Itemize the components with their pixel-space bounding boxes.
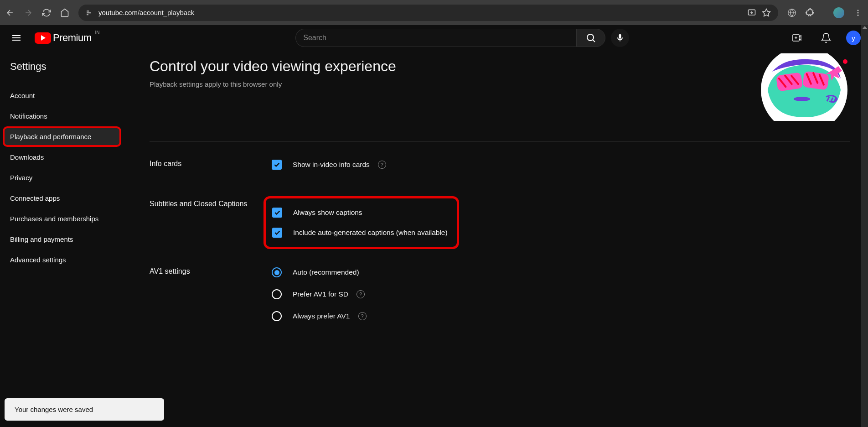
option-label: Include auto-generated captions (when av… [293, 229, 448, 237]
help-icon[interactable]: ? [378, 161, 386, 169]
browser-chrome: youtube.com/account_playback [0, 0, 868, 25]
page-subtitle: Playback settings apply to this browser … [150, 80, 396, 88]
scrollbar[interactable] [861, 25, 868, 427]
sidebar-item-downloads[interactable]: Downloads [10, 147, 128, 167]
section-info-cards: Info cards Show in-video info cards ? [150, 141, 850, 182]
option-label: Auto (recommended) [293, 268, 359, 276]
site-settings-icon [86, 9, 93, 16]
search-input[interactable] [295, 29, 576, 47]
extensions-icon[interactable] [806, 8, 815, 17]
svg-rect-2 [87, 14, 88, 15]
browser-menu-icon[interactable] [853, 8, 863, 17]
sidebar-item-connected-apps[interactable]: Connected apps [10, 188, 128, 208]
help-icon[interactable]: ? [358, 312, 367, 320]
globe-icon[interactable] [787, 8, 796, 17]
scroll-up-icon[interactable] [863, 26, 867, 29]
browser-profile[interactable] [833, 7, 844, 18]
home-icon[interactable] [60, 8, 69, 17]
checkbox-info-cards[interactable] [272, 160, 282, 170]
settings-content: Control your video viewing experience Pl… [128, 51, 868, 427]
svg-point-5 [858, 10, 859, 11]
page-title: Control your video viewing experience [150, 58, 396, 75]
option-label: Always show captions [293, 208, 362, 217]
option-label: Prefer AV1 for SD [293, 290, 348, 298]
checkbox-always-captions[interactable] [272, 208, 282, 218]
youtube-logo[interactable]: Premium IN [35, 32, 92, 44]
sidebar-item-account[interactable]: Account [10, 85, 128, 106]
search-box [295, 29, 605, 47]
section-subtitles: Subtitles and Closed Captions Always sho… [150, 182, 850, 249]
voice-search-button[interactable] [611, 29, 629, 47]
sidebar-title: Settings [10, 61, 128, 73]
forward-icon[interactable] [24, 8, 33, 17]
create-button[interactable] [788, 29, 806, 47]
option-label: Show in-video info cards [293, 161, 370, 169]
sidebar-item-purchases[interactable]: Purchases and memberships [10, 208, 128, 229]
radio-av1-auto[interactable] [272, 267, 282, 277]
section-av1: AV1 settings Auto (recommended) Prefer A… [150, 249, 850, 333]
url-path: /account_playback [138, 9, 194, 16]
logo-text: Premium [53, 32, 92, 44]
svg-rect-1 [87, 12, 91, 13]
sidebar-item-privacy[interactable]: Privacy [10, 167, 128, 188]
section-label: AV1 settings [150, 267, 272, 333]
option-label: Always prefer AV1 [293, 312, 350, 320]
checkbox-auto-captions[interactable] [272, 228, 282, 238]
sidebar-item-billing[interactable]: Billing and payments [10, 229, 128, 250]
sidebar-item-playback[interactable]: Playback and performance [3, 126, 121, 147]
url-bar[interactable]: youtube.com/account_playback [78, 5, 778, 21]
reload-icon[interactable] [42, 8, 51, 17]
section-label: Info cards [150, 160, 272, 182]
sidebar-item-notifications[interactable]: Notifications [10, 106, 128, 126]
toast-saved: Your changes were saved [5, 398, 164, 421]
svg-rect-0 [87, 10, 89, 11]
url-domain: youtube.com [98, 9, 138, 16]
toast-message: Your changes were saved [15, 406, 93, 413]
help-icon[interactable]: ? [356, 290, 365, 298]
svg-point-6 [858, 12, 859, 13]
settings-sidebar: Settings Account Notifications Playback … [0, 51, 128, 427]
search-button[interactable] [576, 29, 605, 47]
youtube-header: Premium IN y [0, 25, 868, 51]
radio-av1-sd[interactable] [272, 289, 282, 299]
svg-point-8 [587, 34, 594, 41]
bookmark-icon[interactable] [762, 8, 771, 17]
svg-point-13 [794, 97, 810, 101]
country-code: IN [95, 30, 100, 35]
account-avatar[interactable]: y [846, 31, 861, 45]
svg-point-7 [858, 14, 859, 16]
hamburger-menu[interactable] [7, 29, 26, 47]
youtube-play-icon [35, 32, 51, 44]
back-icon[interactable] [5, 8, 15, 17]
radio-av1-always[interactable] [272, 311, 282, 321]
install-app-icon[interactable] [747, 8, 756, 17]
sidebar-item-advanced[interactable]: Advanced settings [10, 250, 128, 270]
section-label: Subtitles and Closed Captions [150, 200, 272, 249]
svg-point-14 [843, 59, 847, 64]
highlight-annotation: Always show captions Include auto-genera… [264, 196, 459, 249]
header-illustration [759, 53, 850, 121]
notifications-button[interactable] [817, 29, 835, 47]
